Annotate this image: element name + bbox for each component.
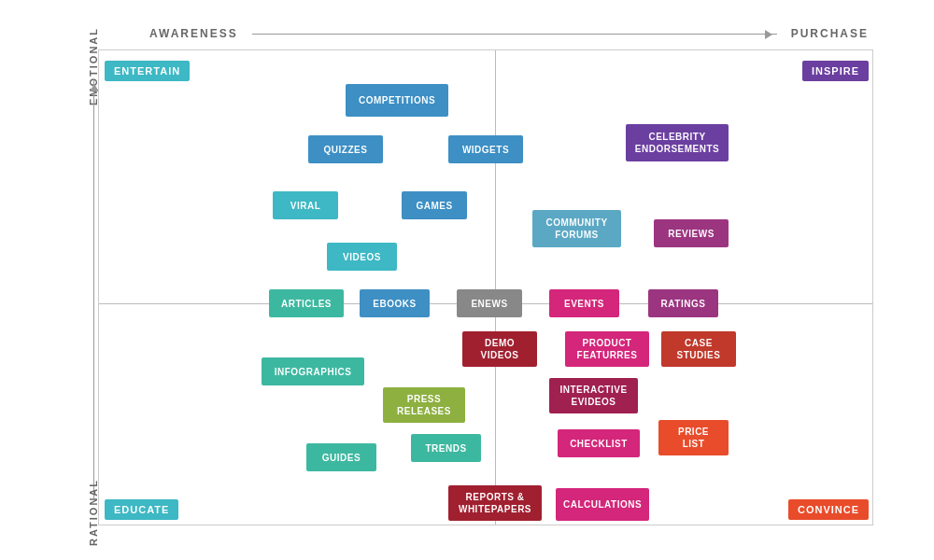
price-list: PRICE LIST: [658, 420, 729, 455]
ebooks: EBOOKS: [360, 289, 430, 317]
press-releases: PRESS RELEASES: [383, 387, 465, 423]
product-features: PRODUCT FEATURRES: [565, 331, 649, 367]
infographics: INFOGRAPHICS: [262, 357, 364, 385]
reports-whitepapers: REPORTS & WHITEPAPERS: [448, 485, 542, 521]
celebrity-endorsements: CELEBRITY ENDORSEMENTS: [626, 124, 729, 161]
chart-container: AWARENESS PURCHASE EMOTIONAL RATIONAL EN…: [37, 14, 897, 546]
reviews: REVIEWS: [654, 219, 729, 247]
trends: TRENDS: [411, 434, 481, 462]
events: EVENTS: [549, 289, 619, 317]
calculations: CALCULATIONS: [556, 488, 649, 521]
educate-label: EDUCATE: [105, 499, 178, 520]
ratings: RATINGS: [648, 289, 718, 317]
guides: GUIDES: [306, 443, 376, 471]
articles: ARTICLES: [269, 289, 344, 317]
widgets: WIDGETS: [448, 135, 523, 163]
interactive-evideos: INTERACTIVE EVIDEOS: [549, 378, 638, 413]
quizzes: QUIZZES: [308, 135, 383, 163]
case-studies: CASE STUDIES: [661, 331, 736, 367]
competitions: COMPETITIONS: [346, 84, 448, 117]
entertain-label: ENTERTAIN: [105, 61, 190, 81]
games: GAMES: [402, 191, 467, 219]
demo-videos: DEMO VIDEOS: [462, 331, 537, 367]
inspire-label: INSPIRE: [802, 61, 869, 81]
purchase-label: PURCHASE: [791, 27, 869, 40]
viral: VIRAL: [273, 191, 338, 219]
convince-label: CONVINCE: [788, 499, 869, 520]
chart-border: [98, 49, 873, 525]
enews: ENEWS: [457, 289, 522, 317]
awareness-label: AWARENESS: [149, 27, 238, 40]
videos: VIDEOS: [327, 243, 397, 271]
community-forums: COMMUNITY FORUMS: [532, 210, 621, 247]
checklist: CHECKLIST: [558, 429, 640, 457]
